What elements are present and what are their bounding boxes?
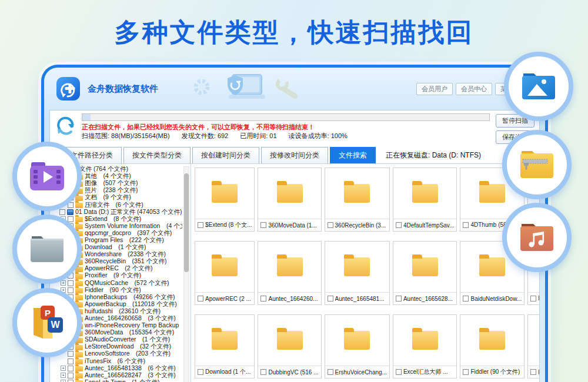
file-tile[interactable]: Auntec_1665481... (325, 241, 390, 305)
folder-icon (212, 184, 238, 203)
file-checkbox[interactable] (328, 369, 333, 375)
file-tile-icon-area (258, 315, 320, 366)
file-tile[interactable]: Download (1 个... (195, 314, 255, 378)
file-tile-icon-area (325, 168, 389, 219)
file-tile[interactable]: 360MoveData (1... (258, 167, 321, 232)
scan-elapsed-time: 已用时间: 01 (240, 132, 276, 140)
file-tile-label-row: Download (1 个... (195, 366, 254, 378)
file-checkbox[interactable] (328, 222, 333, 228)
expand-icon[interactable]: + (61, 366, 66, 371)
titlebar-button[interactable]: 会员用户 (416, 83, 453, 95)
file-tile-label-row: Excel汇总大师 ... (393, 366, 457, 378)
file-checkbox[interactable] (198, 369, 203, 375)
tree-checkbox[interactable] (68, 358, 74, 364)
file-checkbox[interactable] (198, 296, 203, 301)
video-folder-icon (29, 162, 65, 191)
file-tile[interactable]: 4DefaultTempSav... (393, 167, 457, 232)
titlebar-button[interactable]: 会员中心 (456, 83, 492, 95)
gray-folder-icon (30, 235, 64, 263)
window-content: 正在扫描文件，如果已经找到您丢失的文件，可以立即恢复，不用等待扫描结束！ 扫描范… (49, 110, 540, 382)
tree-scrollbar-thumb[interactable] (184, 173, 189, 272)
tree-checkbox[interactable] (68, 287, 74, 293)
file-tile[interactable]: Auntec_1664260... (258, 241, 321, 305)
file-tile-icon-area (258, 168, 320, 219)
classification-tab[interactable]: 按创建时间分类 (192, 147, 259, 163)
file-checkbox[interactable] (463, 222, 469, 228)
ppt-word-folder-icon: P W (29, 304, 65, 341)
folder-icon (277, 331, 303, 350)
laptop-shield-icon (217, 71, 271, 108)
folder-icon (344, 184, 370, 203)
file-tile-label-row: Auntec_1665481... (325, 292, 389, 304)
file-tile-icon-area (325, 315, 389, 366)
folder-icon (75, 196, 83, 201)
file-tile[interactable]: ApowerREC (2 ... (195, 241, 255, 305)
scan-status-text: 正在扫描文件，如果已经找到您丢失的文件，可以立即恢复，不用等待扫描结束！ (82, 123, 490, 132)
folder-icon (479, 257, 505, 276)
folder-icon (75, 224, 83, 229)
file-tile-icon-area (460, 315, 524, 366)
file-tile[interactable]: Fiddler (90 个文件) (460, 314, 524, 378)
file-checkbox[interactable] (328, 296, 333, 301)
file-checkbox[interactable] (396, 369, 402, 375)
file-checkbox[interactable] (396, 222, 402, 228)
disk-icon (67, 209, 74, 215)
file-tile-icon-area (325, 242, 389, 292)
expand-icon[interactable]: + (61, 280, 66, 286)
folder-icon (344, 257, 370, 276)
file-tile[interactable]: Auntec_1665628... (393, 241, 457, 305)
recycle-scan-icon (55, 113, 76, 136)
folder-grid-panel: $Extend (8 个文...360MoveData (1...360Recy… (191, 164, 539, 382)
zip-folder-badge (502, 130, 572, 199)
classification-tab[interactable]: 按修改时间分类 (261, 147, 328, 163)
file-checkbox[interactable] (530, 296, 536, 301)
tree-checkbox[interactable] (68, 351, 74, 357)
file-tile[interactable]: Excel汇总大师 ... (393, 314, 457, 378)
file-checkbox[interactable] (463, 369, 469, 375)
file-name: ErshuVoiceChang... (335, 369, 387, 376)
folder-icon (412, 331, 438, 350)
app-title: 金舟数据恢复软件 (88, 83, 158, 95)
file-tile-icon-area (528, 315, 539, 366)
file-checkbox[interactable] (198, 222, 203, 228)
file-tile[interactable]: FoneLab Temp (1... (527, 314, 539, 378)
file-name: 360RecycleBin (3... (335, 222, 386, 229)
file-checkbox[interactable] (260, 296, 266, 301)
music-folder-icon (520, 223, 554, 252)
tree-checkbox[interactable] (68, 373, 74, 378)
file-checkbox[interactable] (463, 296, 469, 301)
file-checkbox[interactable] (396, 296, 402, 301)
file-tile-label-row: 360MoveData (1... (258, 219, 320, 231)
folder-icon (75, 359, 83, 364)
scan-info-row: 扫描范围: 88(MB)/351564(MB) 发现文件数: 692 已用时间:… (82, 132, 490, 140)
tree-checkbox[interactable] (68, 380, 74, 382)
file-checkbox[interactable] (260, 222, 266, 228)
file-checkbox[interactable] (260, 369, 266, 375)
tree-checkbox[interactable] (68, 366, 74, 371)
file-tile[interactable]: DubbingVC (516 ... (258, 314, 321, 378)
wrench-icon (275, 76, 305, 103)
classification-tab[interactable]: 按文件类型分类 (123, 147, 191, 163)
file-tile-label-row: ApowerREC (2 ... (195, 292, 254, 304)
folder-icon (75, 345, 83, 350)
file-tile[interactable]: $Extend (8 个文... (195, 167, 255, 232)
classification-tab[interactable]: 文件搜索 (330, 147, 376, 163)
header-decoration (190, 71, 305, 108)
gear-icon (190, 78, 213, 101)
folder-icon (277, 257, 303, 276)
expand-icon[interactable]: + (61, 380, 66, 382)
folder-icon (75, 288, 83, 293)
file-tile[interactable]: ErshuVoiceChang... (325, 314, 390, 378)
app-window: 金舟数据恢复软件 (41, 65, 548, 382)
file-tile-label-row: ErshuVoiceChang... (325, 366, 389, 378)
folder-icon (75, 217, 83, 222)
tree-checkbox[interactable] (68, 280, 74, 286)
file-tile[interactable]: 360RecycleBin (3... (325, 167, 390, 232)
file-name: FoneLab Temp (1... (538, 369, 539, 376)
file-name: 360MoveData (1... (268, 222, 316, 229)
folder-icon (412, 257, 438, 276)
tree-checkbox[interactable] (59, 209, 65, 215)
tree-checkbox[interactable] (68, 216, 74, 222)
file-checkbox[interactable] (530, 369, 536, 375)
expand-icon[interactable]: + (61, 373, 66, 378)
